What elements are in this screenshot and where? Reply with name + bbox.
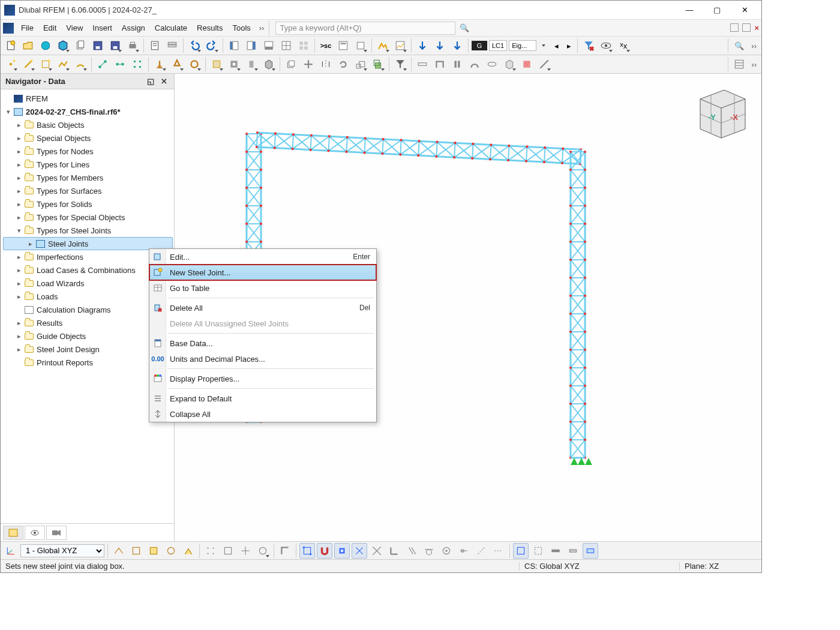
arrow-down-1-button[interactable] [415, 38, 430, 53]
bot-snap-2[interactable] [220, 543, 236, 559]
table-button[interactable] [278, 38, 294, 53]
tab-data[interactable] [3, 526, 23, 540]
support-1-button[interactable] [152, 56, 167, 72]
keyword-search-input[interactable]: Type a keyword (Alt+Q) [275, 22, 455, 35]
tab-video[interactable] [46, 526, 67, 540]
grid-toggle-button[interactable] [731, 56, 747, 72]
tree-printout-reports[interactable]: Printout Reports [3, 356, 173, 369]
tree-load-wizards[interactable]: ▸Load Wizards [3, 277, 173, 290]
bot-ortho-button[interactable] [277, 543, 293, 559]
panel-right-button[interactable] [244, 38, 259, 53]
menu-assign[interactable]: Assign [117, 21, 150, 35]
section-cut-button[interactable] [536, 56, 552, 72]
tree-file-node[interactable]: ▾2024-02-27_CHS-final.rf6* [3, 105, 173, 118]
menu-insert[interactable]: Insert [88, 21, 117, 35]
bot-clip-5[interactable] [583, 543, 598, 559]
mirror-button[interactable] [318, 56, 334, 72]
tree-types-for-steel-joints[interactable]: ▾Types for Steel Joints [3, 224, 173, 237]
bot-snap-grid[interactable] [299, 543, 315, 559]
bot-magnet[interactable] [317, 543, 332, 559]
tree-imperfections[interactable]: ▸Imperfections [3, 250, 173, 263]
bot-snap-end[interactable] [334, 543, 350, 559]
tree-calc-diagrams[interactable]: Calculation Diagrams [3, 303, 173, 316]
window-maximize-button[interactable]: ▢ [704, 2, 730, 19]
ctx-display-props[interactable]: Display Properties... [149, 371, 376, 386]
results-toggle-button[interactable] [392, 38, 408, 53]
navigator-tree[interactable]: RFEM ▾2024-02-27_CHS-final.rf6* ▸Basic O… [1, 89, 174, 523]
ctx-new-steel-joint[interactable]: New Steel Joint... [149, 265, 376, 280]
tree-results[interactable]: ▸Results [3, 316, 173, 329]
shell-icon-button[interactable] [484, 56, 500, 72]
bot-clip-1[interactable] [513, 543, 529, 559]
member-multi-button[interactable] [130, 56, 145, 72]
move-obj-button[interactable] [301, 56, 316, 72]
arc-new-button[interactable] [73, 56, 88, 72]
bot-snap-near[interactable] [456, 543, 472, 559]
panel-popout-button[interactable]: ◱ [145, 76, 156, 87]
support-3-button[interactable] [187, 56, 202, 72]
bot-snap-3[interactable] [238, 543, 253, 559]
bot-btn-4[interactable] [163, 543, 179, 559]
close-view-icon[interactable]: × [754, 23, 759, 32]
ctx-collapse-all[interactable]: Collapse All [149, 406, 376, 422]
panel-left-button[interactable] [226, 38, 242, 53]
ctx-expand-default[interactable]: Expand to Default [149, 391, 376, 406]
search-icon[interactable]: 🔍 [459, 23, 470, 34]
bot-btn-2[interactable] [128, 543, 144, 559]
tree-types-for-nodes[interactable]: ▸Types for Nodes [3, 145, 173, 158]
bot-snap-tan[interactable] [421, 543, 437, 559]
menu-calculate[interactable]: Calculate [150, 21, 192, 35]
view-cube[interactable]: -Y -X [688, 81, 754, 141]
cube-render-button[interactable] [502, 56, 517, 72]
bot-snap-par[interactable] [404, 543, 419, 559]
bot-clip-3[interactable] [548, 543, 563, 559]
bot-guide-x[interactable] [473, 543, 489, 559]
surface-new-button[interactable] [38, 56, 53, 72]
toolbar-overflow-1[interactable]: ›› [749, 41, 759, 50]
toolbar-overflow-2[interactable]: ›› [749, 60, 759, 69]
open-file-button[interactable] [20, 38, 36, 53]
window-close-button[interactable]: ✕ [731, 2, 758, 19]
tree-types-for-lines[interactable]: ▸Types for Lines [3, 158, 173, 171]
bot-guide-line[interactable] [491, 543, 506, 559]
menu-tools[interactable]: Tools [227, 21, 255, 35]
save-as-button[interactable] [107, 38, 123, 53]
rotate-button[interactable] [335, 56, 351, 72]
tree-basic-objects[interactable]: ▸Basic Objects [3, 118, 173, 131]
column-icon-button[interactable] [449, 56, 465, 72]
arrow-down-2-button[interactable] [432, 38, 448, 53]
tree-steel-joint-design[interactable]: ▸Steel Joint Design [3, 343, 173, 356]
tree-types-for-solids[interactable]: ▸Types for Solids [3, 197, 173, 211]
ctx-units[interactable]: 0.00 Units and Decimal Places... [149, 351, 376, 367]
ctx-go-to-table[interactable]: Go to Table [149, 280, 376, 296]
new-file-button[interactable] [3, 38, 19, 53]
member-set-button[interactable] [112, 56, 128, 72]
tree-types-for-members[interactable]: ▸Types for Members [3, 171, 173, 184]
view-mode-button[interactable] [598, 38, 614, 53]
wall-button[interactable] [244, 56, 259, 72]
bot-snap-cen[interactable] [439, 543, 454, 559]
tree-root-rfem[interactable]: RFEM [3, 92, 173, 105]
loadcase-dropdown-button[interactable] [538, 38, 549, 53]
filter-button[interactable] [392, 56, 408, 72]
bot-btn-3[interactable] [146, 543, 161, 559]
beam-icon-button[interactable] [415, 56, 430, 72]
redo-button[interactable] [204, 38, 220, 53]
tree-guide-objects[interactable]: ▸Guide Objects [3, 329, 173, 343]
member-link-button[interactable] [95, 56, 110, 72]
list-button[interactable] [164, 38, 180, 53]
bot-snap-perp[interactable] [386, 543, 402, 559]
tree-steel-joints[interactable]: ▸Steel Joints [3, 237, 173, 250]
extrude-button[interactable] [370, 56, 386, 72]
color-button[interactable] [519, 56, 535, 72]
cloud-button[interactable] [38, 38, 53, 53]
menu-view[interactable]: View [61, 21, 88, 35]
bot-clip-4[interactable] [565, 543, 581, 559]
line-new-button[interactable] [20, 56, 36, 72]
node-new-button[interactable] [3, 56, 19, 72]
tree-load-cases[interactable]: ▸Load Cases & Combinations [3, 263, 173, 277]
tree-special-objects[interactable]: ▸Special Objects [3, 131, 173, 145]
labels-button[interactable]: xx [616, 38, 631, 53]
menu-overflow[interactable]: ›› [256, 23, 268, 32]
arch-icon-button[interactable] [467, 56, 482, 72]
